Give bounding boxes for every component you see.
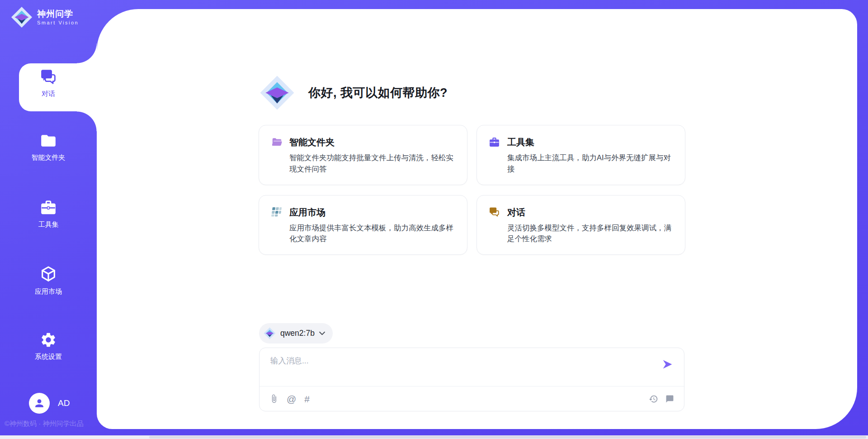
tab-fillet-top: [77, 43, 97, 63]
sidebar-item-toolset[interactable]: 工具集: [0, 199, 97, 229]
copyright-text: ©神州数码 · 神州问学出品: [5, 420, 83, 428]
card-chat[interactable]: 对话 灵活切换多模型文件，支持多样回复效果调试，满足个性化需求: [476, 195, 685, 255]
grid-icon: [271, 206, 283, 218]
comment-button[interactable]: [665, 395, 674, 403]
comment-bubble-icon: [665, 395, 674, 403]
briefcase-icon: [40, 199, 57, 216]
chat-icon: [40, 68, 57, 86]
folder-icon: [40, 132, 57, 149]
attach-file-button[interactable]: [269, 394, 278, 403]
card-app-market[interactable]: 应用市场 应用市场提供丰富长文本模板，助力高效生成多样化文章内容: [259, 195, 467, 255]
history-button[interactable]: [649, 394, 658, 404]
message-input[interactable]: [269, 354, 646, 383]
card-description: 应用市场提供丰富长文本模板，助力高效生成多样化文章内容: [289, 222, 455, 245]
mention-icon[interactable]: @: [287, 394, 296, 404]
card-title: 应用市场: [289, 206, 455, 218]
folder-open-icon: [271, 136, 283, 148]
hashtag-icon[interactable]: #: [304, 394, 310, 404]
model-name: qwen2:7b: [280, 329, 315, 338]
composer: @ #: [259, 348, 684, 411]
sidebar-item-label: 智能文件夹: [32, 153, 66, 162]
brand-subtitle: Smart Vision: [37, 20, 79, 25]
feature-cards: 智能文件夹 智能文件夹功能支持批量文件上传与清洗，轻松实现文件问答 工具集 集成…: [259, 125, 685, 255]
sidebar-item-chat[interactable]: 对话: [0, 68, 97, 98]
card-description: 灵活切换多模型文件，支持多样回复效果调试，满足个性化需求: [507, 222, 673, 245]
person-icon: [33, 397, 46, 410]
user-name: AD: [58, 398, 70, 408]
card-title: 对话: [507, 206, 673, 218]
brand-name: 神州问学: [37, 9, 79, 19]
send-icon: [661, 358, 673, 370]
composer-toolbar: @ #: [269, 387, 674, 411]
sidebar-item-smart-folder[interactable]: 智能文件夹: [0, 132, 97, 162]
card-title: 智能文件夹: [289, 136, 455, 148]
paperclip-icon: [269, 394, 278, 403]
avatar: [29, 393, 50, 414]
sidebar-item-label: 工具集: [38, 220, 59, 229]
card-description: 智能文件夹功能支持批量文件上传与清洗，轻松实现文件问答: [289, 152, 455, 175]
history-icon: [649, 394, 658, 404]
sidebar-item-app-market[interactable]: 应用市场: [0, 265, 97, 296]
sidebar-item-label: 应用市场: [35, 287, 62, 296]
scrollbar-thumb[interactable]: [149, 436, 866, 439]
tab-fillet-bottom: [77, 111, 97, 131]
card-smart-folder[interactable]: 智能文件夹 智能文件夹功能支持批量文件上传与清洗，轻松实现文件问答: [259, 125, 467, 185]
main-panel: 你好, 我可以如何帮助你? 智能文件夹 智能文件夹功能支持批量文件上传与清洗，轻…: [97, 9, 857, 429]
sidebar-item-settings[interactable]: 系统设置: [0, 331, 97, 361]
card-toolset[interactable]: 工具集 集成市场上主流工具，助力AI与外界无缝扩展与对接: [476, 125, 685, 185]
brand: 神州问学 Smart Vision: [11, 6, 79, 28]
briefcase-icon: [489, 136, 501, 148]
model-selector[interactable]: qwen2:7b: [259, 323, 333, 344]
card-title: 工具集: [507, 136, 673, 148]
sidebar-item-label: 系统设置: [35, 353, 62, 361]
assistant-logo-icon: [259, 75, 295, 110]
brand-logo-icon: [11, 6, 33, 28]
greeting-title: 你好, 我可以如何帮助你?: [308, 85, 448, 101]
gear-icon: [40, 331, 57, 348]
greeting-section: 你好, 我可以如何帮助你?: [259, 75, 448, 110]
chevron-down-icon: [319, 331, 325, 335]
user-profile[interactable]: AD: [29, 393, 70, 414]
sidebar-item-label: 对话: [42, 90, 55, 98]
chat-icon: [489, 206, 501, 218]
horizontal-scrollbar[interactable]: [0, 435, 868, 439]
cube-icon: [39, 265, 57, 283]
send-button[interactable]: [661, 358, 674, 371]
card-description: 集成市场上主流工具，助力AI与外界无缝扩展与对接: [507, 152, 673, 175]
model-logo-icon: [264, 327, 276, 339]
